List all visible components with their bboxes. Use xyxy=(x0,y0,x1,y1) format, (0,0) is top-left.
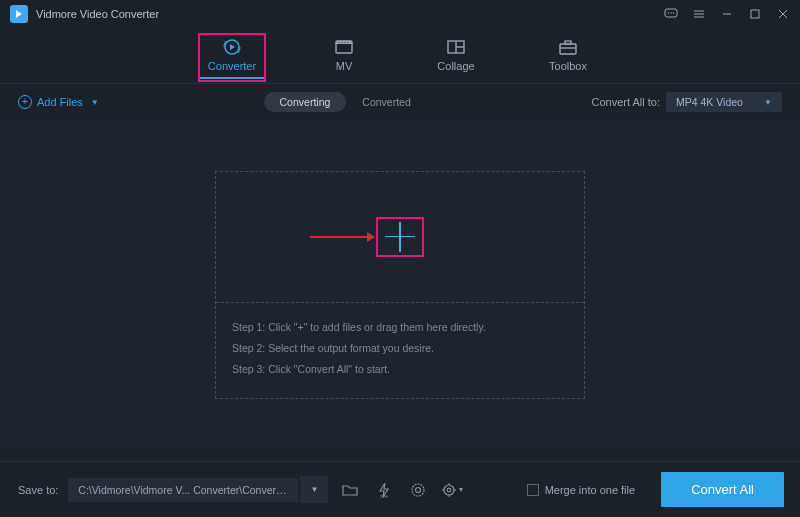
tab-label: Converter xyxy=(208,60,256,72)
app-logo-icon xyxy=(10,5,28,23)
tab-label: Toolbox xyxy=(549,60,587,72)
svg-text:OFF: OFF xyxy=(380,493,389,498)
save-path-group: C:\Vidmore\Vidmore V... Converter\Conver… xyxy=(68,476,328,503)
titlebar: Vidmore Video Converter xyxy=(0,0,800,28)
high-speed-button[interactable] xyxy=(406,478,430,502)
main-tabbar: Converter MV Collage Toolbox xyxy=(0,28,800,84)
convert-all-to-group: Convert All to: MP4 4K Video ▼ xyxy=(592,92,782,112)
svg-point-16 xyxy=(344,42,345,43)
plus-icon xyxy=(385,222,415,252)
step-2: Step 2: Select the output format you des… xyxy=(232,338,568,359)
merge-checkbox[interactable]: Merge into one file xyxy=(527,484,636,496)
svg-point-27 xyxy=(444,485,454,495)
dropzone-upper xyxy=(216,172,584,302)
tab-converter[interactable]: Converter xyxy=(202,37,262,78)
toolbox-icon xyxy=(556,37,580,57)
pill-converted[interactable]: Converted xyxy=(346,92,426,112)
svg-rect-22 xyxy=(565,41,571,44)
save-path-input[interactable]: C:\Vidmore\Vidmore V... Converter\Conver… xyxy=(68,478,298,502)
output-format-select[interactable]: MP4 4K Video ▼ xyxy=(666,92,782,112)
tab-collage[interactable]: Collage xyxy=(426,37,486,78)
svg-point-1 xyxy=(668,12,669,13)
svg-rect-8 xyxy=(751,10,759,18)
tab-label: Collage xyxy=(437,60,474,72)
tab-label: MV xyxy=(336,60,353,72)
annotation-arrow-icon xyxy=(310,236,374,238)
convert-all-to-label: Convert All to: xyxy=(592,96,660,108)
svg-point-26 xyxy=(416,487,421,492)
tab-toolbox[interactable]: Toolbox xyxy=(538,37,598,78)
step-3: Step 3: Click "Convert All" to start. xyxy=(232,359,568,380)
status-filter: Converting Converted xyxy=(264,92,427,112)
instruction-steps: Step 1: Click "+" to add files or drag t… xyxy=(216,303,584,398)
svg-point-17 xyxy=(347,42,348,43)
menu-icon[interactable] xyxy=(692,7,706,21)
chevron-down-icon: ▼ xyxy=(91,98,99,107)
svg-rect-21 xyxy=(560,44,576,54)
dropzone[interactable]: Step 1: Click "+" to add files or drag t… xyxy=(215,171,585,399)
checkbox-icon xyxy=(527,484,539,496)
output-format-value: MP4 4K Video xyxy=(676,96,743,108)
convert-all-button[interactable]: Convert All xyxy=(661,472,784,507)
converter-icon xyxy=(220,37,244,57)
collage-icon xyxy=(444,37,468,57)
svg-point-28 xyxy=(448,488,452,492)
plus-circle-icon: + xyxy=(18,95,32,109)
pill-converting[interactable]: Converting xyxy=(264,92,347,112)
settings-button[interactable]: ▾ xyxy=(440,478,464,502)
feedback-icon[interactable] xyxy=(664,7,678,21)
step-1: Step 1: Click "+" to add files or drag t… xyxy=(232,317,568,338)
tab-mv[interactable]: MV xyxy=(314,37,374,78)
mv-icon xyxy=(332,37,356,57)
svg-point-15 xyxy=(341,42,342,43)
footer: Save to: C:\Vidmore\Vidmore V... Convert… xyxy=(0,461,800,517)
hw-accel-button[interactable]: OFF xyxy=(372,478,396,502)
close-button[interactable] xyxy=(776,7,790,21)
add-files-label: Add Files xyxy=(37,96,83,108)
merge-label: Merge into one file xyxy=(545,484,636,496)
window-controls xyxy=(664,7,790,21)
save-path-dropdown[interactable]: ▼ xyxy=(300,476,328,503)
svg-point-3 xyxy=(673,12,674,13)
open-folder-button[interactable] xyxy=(338,478,362,502)
svg-point-14 xyxy=(338,42,339,43)
minimize-button[interactable] xyxy=(720,7,734,21)
add-files-button[interactable]: + Add Files ▼ xyxy=(18,95,99,109)
svg-rect-13 xyxy=(336,41,352,44)
svg-point-25 xyxy=(412,484,424,496)
chevron-down-icon: ▼ xyxy=(764,98,772,107)
app-title: Vidmore Video Converter xyxy=(36,8,664,20)
add-files-plus-button[interactable] xyxy=(376,217,424,257)
maximize-button[interactable] xyxy=(748,7,762,21)
save-to-label: Save to: xyxy=(18,484,58,496)
chevron-down-icon: ▾ xyxy=(459,485,463,494)
svg-point-2 xyxy=(670,12,671,13)
main-stage: Step 1: Click "+" to add files or drag t… xyxy=(0,120,800,449)
subbar: + Add Files ▼ Converting Converted Conve… xyxy=(0,84,800,120)
